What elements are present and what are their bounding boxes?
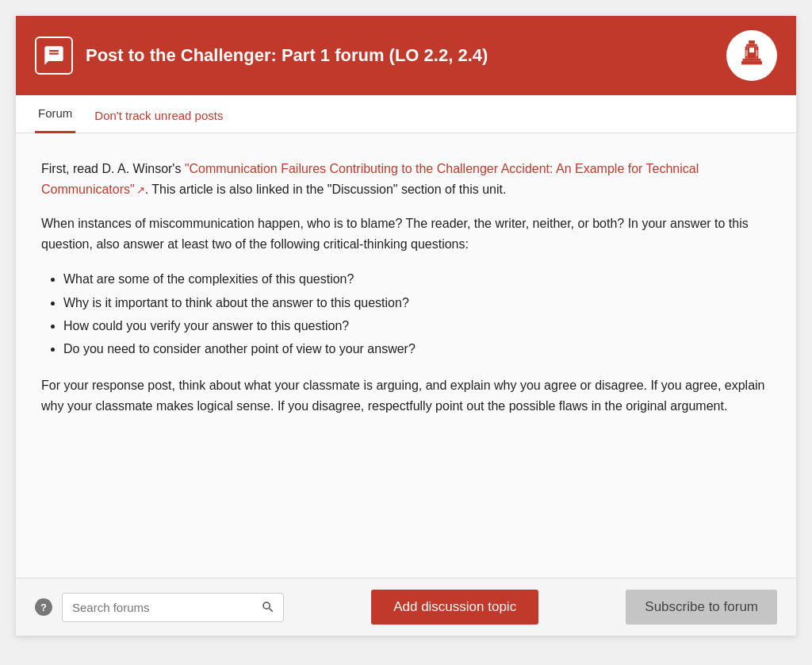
- paragraph-1: First, read D. A. Winsor's "Communicatio…: [41, 159, 771, 199]
- external-link-icon: ↗: [136, 183, 145, 199]
- help-icon[interactable]: ?: [35, 598, 52, 616]
- tab-forum[interactable]: Forum: [35, 95, 75, 133]
- forum-content: First, read D. A. Winsor's "Communicatio…: [16, 133, 796, 578]
- search-button[interactable]: [253, 594, 283, 621]
- subscribe-to-forum-button[interactable]: Subscribe to forum: [626, 590, 777, 625]
- paragraph-2: When instances of miscommunication happe…: [41, 213, 771, 254]
- svg-rect-5: [743, 59, 761, 61]
- footer-bar: ? Add discussion topic Subscribe to foru…: [16, 578, 796, 636]
- svg-rect-9: [756, 50, 757, 56]
- list-item: How could you verify your answer to this…: [63, 315, 771, 336]
- search-input[interactable]: [63, 594, 253, 621]
- svg-rect-0: [749, 40, 755, 44]
- svg-rect-7: [749, 48, 754, 52]
- search-wrapper: [62, 593, 284, 622]
- forum-icon: [35, 37, 73, 75]
- add-discussion-topic-button[interactable]: Add discussion topic: [371, 590, 538, 625]
- bullet-list: What are some of the complexities of thi…: [63, 268, 771, 359]
- search-icon: [261, 600, 275, 614]
- svg-rect-1: [746, 44, 757, 47]
- svg-rect-8: [745, 50, 747, 56]
- svg-rect-6: [741, 61, 762, 65]
- tabs-bar: Forum Don't track unread posts: [16, 95, 796, 133]
- page-container: Post to the Challenger: Part 1 forum (LO…: [16, 16, 796, 636]
- header: Post to the Challenger: Part 1 forum (LO…: [16, 16, 796, 95]
- page-title: Post to the Challenger: Part 1 forum (LO…: [86, 45, 488, 66]
- tab-track-unread[interactable]: Don't track unread posts: [91, 98, 226, 133]
- header-left: Post to the Challenger: Part 1 forum (LO…: [35, 37, 488, 75]
- university-logo: [726, 30, 777, 81]
- list-item: Why is it important to think about the a…: [63, 292, 771, 313]
- paragraph-3: For your response post, think about what…: [41, 375, 771, 416]
- list-item: What are some of the complexities of thi…: [63, 268, 771, 290]
- list-item: Do you need to consider another point of…: [63, 338, 771, 359]
